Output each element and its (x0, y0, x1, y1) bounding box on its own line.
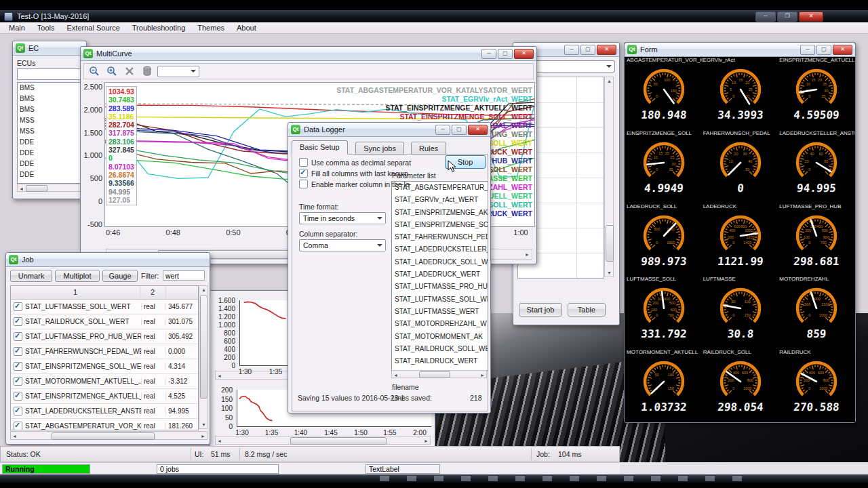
menu-main[interactable]: Main (3, 23, 31, 33)
tab-basic-setup[interactable]: Basic Setup (292, 140, 348, 155)
plot-b-hscrollbar[interactable]: ◄ ► (215, 436, 431, 445)
ecu-list-item[interactable]: DDE (18, 159, 83, 169)
minimize-button[interactable]: ─ (481, 49, 496, 59)
row-checkbox[interactable] (14, 362, 22, 371)
menu-external-source[interactable]: External Source (61, 23, 126, 33)
scroll-up-icon[interactable]: ▲ (201, 287, 206, 292)
multiplot-button[interactable]: Multiplot (55, 270, 100, 282)
parameter-item[interactable]: STAT_LADEDRUCK_WERT (392, 268, 488, 281)
ecu-hscrollbar[interactable]: ◄ (17, 184, 82, 192)
parameter-item[interactable]: STAT_LUFTMASSE_PRO_HU (392, 281, 488, 293)
ecu-list[interactable]: BMSBMSBMSMSSMSSDDEDDEDDEDDE (17, 82, 83, 184)
parameter-item[interactable]: STAT_RAILDRUCK_WERT (392, 355, 488, 367)
job-table[interactable]: 1 2 STAT_LUFTMASSE_SOLL_WERTreal345.677S… (10, 285, 199, 430)
menu-troubleshooting[interactable]: Troubleshooting (126, 23, 191, 33)
delete-curve-icon[interactable] (122, 64, 137, 78)
maximize-button[interactable]: ▢ (452, 125, 467, 135)
taskbar-icons[interactable] (380, 476, 760, 481)
option-row[interactable]: Use comma as decimal separat (299, 158, 411, 167)
scroll-up-icon[interactable]: ▲ (607, 79, 612, 83)
checkbox[interactable] (299, 158, 308, 167)
parameter-item[interactable]: STAT_EINSPRITZMENGE_SC (392, 219, 488, 231)
table-row[interactable]: STAT_LUFTMASSE_PRO_HUB_WERTreal305.492 (11, 329, 198, 344)
tab-sync-jobs[interactable]: Sync jobs (355, 142, 404, 155)
data-logger-dialog[interactable]: Qt Data Logger ─ ▢ ✕ Stop Time format: T… (288, 122, 491, 413)
ecu-filter-field[interactable] (17, 68, 83, 80)
minimize-button[interactable]: ─ (564, 45, 579, 55)
option-row[interactable]: Enable marker column in the lo (299, 180, 410, 188)
ecu-window[interactable]: Qt EC ECUs BMSBMSBMSMSSMSSDDEDDEDDEDDE ◄ (12, 41, 87, 199)
checkbox[interactable] (299, 169, 308, 178)
parameter-item[interactable]: STAT_MOTORDREHZAHL_W (392, 318, 488, 330)
job-vscrollbar[interactable]: ▲ ▼ (199, 285, 208, 429)
row-checkbox[interactable] (14, 422, 22, 430)
minimize-button[interactable]: ─ (755, 12, 776, 22)
parameter-item[interactable]: STAT_MOTORMOMENT_AK (392, 331, 488, 343)
row-checkbox[interactable] (14, 332, 22, 341)
table-row[interactable]: STAT_LUFTMASSE_SOLL_WERTreal345.677 (11, 300, 198, 314)
close-button[interactable]: ✕ (597, 45, 616, 55)
parameter-item[interactable]: STAT_RAILDRUCK_SOLL_WE (392, 343, 488, 355)
scroll-left-icon[interactable]: ◄ (217, 373, 222, 378)
table-row[interactable]: STAT_FAHRERWUNSCH_PEDAL_WERTreal0.000 (11, 344, 198, 359)
column-separator-select[interactable]: Comma (299, 239, 386, 251)
close-button[interactable]: ✕ (468, 125, 488, 135)
column-header-3[interactable] (165, 286, 198, 299)
table-row[interactable]: STAT_EINSPRITZMENGE_SOLL_WERTreal4.314 (11, 359, 198, 374)
row-checkbox[interactable] (14, 317, 22, 326)
table-row[interactable]: STAT_MOTORMOMENT_AKTUELL_...real-3.312 (11, 374, 198, 389)
minimize-button[interactable]: ─ (435, 125, 450, 135)
row-checkbox[interactable] (14, 407, 22, 415)
windows-taskbar[interactable] (0, 474, 868, 483)
minimize-button[interactable]: ─ (800, 45, 815, 55)
form-window[interactable]: Qt Form ─ ▢ ✕ ABGASTEMPERATUR_VOR_K05010… (624, 42, 856, 423)
close-button[interactable]: ✕ (833, 45, 852, 55)
ecu-list-item[interactable]: MSS (18, 115, 83, 126)
checkbox[interactable] (299, 180, 308, 188)
row-checkbox[interactable] (14, 347, 22, 356)
table-row[interactable]: STAT_RAILDRUCK_SOLL_WERTreal301.075 (11, 314, 198, 329)
scroll-down-icon[interactable]: ▼ (607, 270, 612, 275)
row-checkbox[interactable] (14, 302, 22, 311)
scroll-right-icon[interactable]: ► (480, 373, 485, 378)
parameter-item[interactable]: STAT_EINSPRITZMENGE_AK (392, 207, 488, 219)
ecu-list-item[interactable]: DDE (18, 169, 83, 180)
ecu-list-item[interactable]: DDE (18, 148, 83, 159)
maximize-button[interactable]: ▢ (498, 49, 513, 59)
curve-combobox[interactable] (157, 66, 199, 77)
variable-vscrollbar[interactable]: ▲ ▼ (604, 77, 614, 277)
time-format-select[interactable]: Time in seconds (299, 212, 386, 224)
start-job-button[interactable]: Start job (519, 303, 562, 317)
ecu-list-item[interactable]: DDE (18, 137, 83, 148)
scroll-right-icon[interactable]: ► (424, 439, 429, 443)
unmark-button[interactable]: Unmark (10, 270, 52, 282)
job-window[interactable]: Qt Job Unmark Multiplot Gauge Filter: we… (5, 252, 210, 445)
zoom-out-icon[interactable] (87, 64, 102, 78)
zoom-in-icon[interactable] (104, 64, 119, 78)
parameter-hscrollbar[interactable]: ◄ ► (391, 370, 487, 378)
column-header-1[interactable]: 1 (11, 286, 140, 299)
table-row[interactable]: STAT_ABGASTEMPERATUR_VOR_KA...real181.26… (11, 419, 198, 430)
parameter-item[interactable]: STAT_LADEDRUCKSTELLER_ (392, 243, 488, 256)
scroll-right-icon[interactable]: ► (201, 434, 205, 439)
table-row[interactable]: STAT_LADEDRUCKSTELLER_ANSTE...real94.995 (11, 404, 198, 419)
menu-tools[interactable]: Tools (31, 23, 61, 33)
scroll-left-icon[interactable]: ◄ (393, 373, 398, 378)
scroll-down-icon[interactable]: ▼ (201, 422, 206, 427)
parameter-item[interactable]: STAT_LADEDRUCK_SOLL_W (392, 256, 488, 268)
table-row[interactable]: STAT_EINSPRITZMENGE_AKTUELL_...real4.525 (11, 389, 198, 404)
job-hscrollbar[interactable]: ◄ ► (10, 431, 208, 440)
ecu-list-item[interactable]: BMS (18, 94, 83, 104)
ecu-list-item[interactable]: BMS (18, 83, 83, 94)
maximize-button[interactable]: ▢ (580, 45, 595, 55)
parameter-list[interactable]: STAT_ABGASTEMPERATUR_STAT_EGRVlv_rAct_WE… (391, 181, 488, 371)
main-titlebar[interactable]: Test-O [13-May-2016] ─ ❐ ✕ (0, 10, 868, 22)
parameter-item[interactable]: STAT_FAHRERWUNSCH_PED (392, 231, 488, 243)
restore-button[interactable]: ❐ (777, 12, 797, 22)
table-button[interactable]: Table (568, 303, 606, 317)
ecu-list-item[interactable]: MSS (18, 126, 83, 137)
parameter-item[interactable]: STAT_LUFTMASSE_WERT (392, 306, 488, 318)
scroll-left-icon[interactable]: ◄ (19, 186, 24, 191)
parameter-item[interactable]: STAT_EGRVlv_rAct_WERT (392, 194, 488, 206)
option-row[interactable]: Fill all columns with last known (299, 169, 408, 178)
